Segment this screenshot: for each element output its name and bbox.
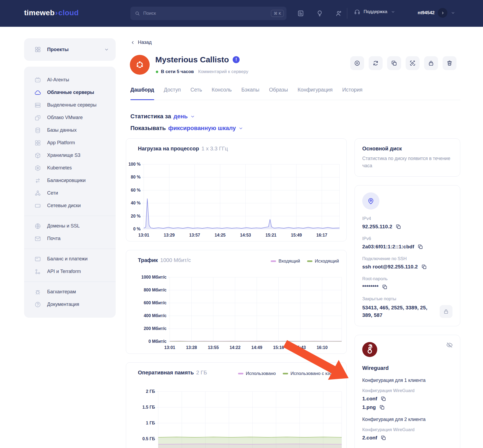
sidebar-item-kubernetes[interactable]: Kubernetes: [24, 162, 116, 174]
svg-text:16:10: 16:10: [317, 345, 328, 350]
account-name: nt94542: [418, 10, 435, 16]
tab-образы[interactable]: Образы: [269, 87, 288, 100]
legend-label: Использовано с кэшем: [290, 371, 339, 376]
sidebar-item-network-disks[interactable]: Сетевые диски: [24, 199, 116, 212]
main-content: Назад Mysterious Callisto ! В сети 5 час…: [126, 27, 460, 448]
sidebar-item-domains-ssl[interactable]: Домены и SSL: [24, 220, 116, 232]
copy-icon[interactable]: [380, 435, 386, 441]
sidebar-item-s3-storage[interactable]: Хранилище S3: [24, 149, 116, 162]
account-avatar[interactable]: [438, 8, 447, 18]
restart-server-button[interactable]: [369, 56, 383, 70]
tab-конфигурация[interactable]: Конфигурация: [297, 87, 333, 100]
copy-icon[interactable]: [380, 396, 386, 402]
copy-icon[interactable]: [379, 404, 385, 410]
svg-text:200 Мбит/с: 200 Мбит/с: [144, 326, 167, 331]
network-row-ipv6: IPv62a03:6f01:1:2::1:cbdf: [362, 236, 452, 250]
svg-text:14:53: 14:53: [240, 233, 251, 237]
ram-chart: 2 ГБ1.5 ГБ1 ГБ0.5 ГБ0 ГБ13:0113:2813:551…: [126, 381, 347, 448]
server-comment-link[interactable]: Комментарий к серверу: [198, 69, 248, 74]
config-file-name[interactable]: 2.conf: [362, 435, 377, 441]
network-row--ssh: Подключение по SSHssh root@92.255.110.2: [362, 256, 452, 270]
account-menu[interactable]: nt94542: [418, 8, 455, 18]
scale-mode-value[interactable]: фиксированную шкалу: [168, 125, 236, 132]
back-button[interactable]: Назад: [130, 40, 152, 45]
chevron-down-icon[interactable]: [190, 114, 195, 119]
ideas-icon[interactable]: [316, 10, 323, 17]
invite-user-icon[interactable]: [335, 10, 342, 17]
sidebar-item-api-terraform[interactable]: API и Terraform: [24, 265, 116, 278]
tab-консоль[interactable]: Консоль: [212, 87, 232, 100]
sidebar-item-label: Балансировщики: [47, 178, 86, 183]
config-label: Конфигурация WireGuard: [362, 427, 452, 432]
sidebar-item-app-platform[interactable]: App Platform: [24, 136, 116, 149]
app-logo[interactable]: timeweb›cloud: [24, 9, 79, 17]
chevron-down-icon[interactable]: [238, 126, 243, 131]
tab-история[interactable]: История: [342, 87, 363, 100]
sidebar-item-label: Хранилище S3: [47, 153, 80, 158]
svg-text:14:49: 14:49: [251, 345, 262, 350]
status-text: В сети 5 часов: [161, 69, 194, 74]
server-info-icon[interactable]: !: [233, 56, 240, 63]
sidebar-item-databases[interactable]: Базы данных: [24, 124, 116, 136]
snapshot-server-button[interactable]: [406, 56, 420, 70]
refresh-icon: [372, 60, 379, 66]
network-rows: IPv492.255.110.2IPv62a03:6f01:1:2::1:cbd…: [362, 216, 452, 319]
sidebar-item-label: Выделенные серверы: [47, 102, 97, 108]
sidebar-item-dedicated-servers[interactable]: Выделенные серверы: [24, 99, 116, 111]
tab-сеть[interactable]: Сеть: [190, 87, 202, 100]
global-search[interactable]: ⌘ K: [130, 7, 286, 20]
network-row-ipv4: IPv492.255.110.2: [362, 216, 452, 230]
tab-дашборд[interactable]: Дашборд: [130, 87, 154, 100]
sidebar-item-balancers[interactable]: Балансировщики: [24, 174, 116, 187]
cloud-icon: [34, 89, 41, 96]
stats-period-value[interactable]: день: [173, 113, 188, 120]
hide-app-icon[interactable]: [446, 341, 453, 348]
tab-доступ[interactable]: Доступ: [164, 87, 181, 100]
timeweb-cloud-page: timeweb›cloud ⌘ K Поддержка nt94542 Прое…: [0, 0, 483, 448]
copy-icon[interactable]: [417, 244, 423, 250]
copy-icon[interactable]: [395, 224, 401, 230]
config-label: Конфигурация WireGuard: [362, 388, 452, 393]
support-menu[interactable]: Поддержка: [354, 9, 395, 15]
copy-icon[interactable]: [382, 284, 388, 290]
ports-lock-button[interactable]: [440, 305, 452, 318]
sidebar-item-networks[interactable]: Сети: [24, 187, 116, 199]
sidebar-item-vmware[interactable]: Облако VMware: [24, 111, 116, 124]
vmware-icon: [34, 114, 41, 121]
bug-icon: [34, 288, 41, 295]
svg-text:15:43: 15:43: [295, 345, 306, 350]
nodes-icon: [34, 268, 41, 275]
sidebar-item-mail[interactable]: Почта: [24, 232, 116, 245]
sidebar-item-label: Документация: [47, 302, 79, 307]
svg-text:1.5 ГБ: 1.5 ГБ: [142, 405, 155, 409]
sidebar-item-label: Kubernetes: [47, 165, 72, 171]
config-file-name[interactable]: 1.conf: [362, 396, 377, 402]
server-avatar-ubuntu: [130, 55, 150, 75]
svg-text:16:17: 16:17: [316, 233, 327, 237]
sidebar-item-ai-agents[interactable]: AI-Агенты: [24, 74, 116, 86]
disk-card-description: Статистика по диску появится в течение ч…: [362, 155, 452, 169]
svg-text:13:01: 13:01: [164, 345, 175, 350]
clone-server-button[interactable]: [387, 56, 401, 70]
sidebar-item-label: Багхантерам: [47, 289, 76, 295]
sidebar-item-billing[interactable]: Баланс и платежи: [24, 253, 116, 265]
copy-icon[interactable]: [421, 264, 427, 270]
search-input[interactable]: [140, 11, 271, 16]
lock-server-button[interactable]: [424, 56, 438, 70]
sidebar-item-bughunters[interactable]: Багхантерам: [24, 286, 116, 298]
tab-бэкапы[interactable]: Бэкапы: [242, 87, 259, 100]
delete-server-button[interactable]: [443, 56, 456, 70]
main-disk-card: Основной диск Статистика по диску появит…: [354, 138, 460, 177]
sidebar-item-label: Облачные серверы: [47, 90, 94, 95]
ram-chart-card: Оперативная память 2 ГБ ИспользованоИспо…: [126, 362, 347, 448]
svg-text:13:29: 13:29: [164, 233, 175, 237]
sidebar-item-cloud-servers[interactable]: Облачные серверы: [24, 86, 116, 99]
network-icon: [34, 190, 41, 197]
news-icon[interactable]: [297, 10, 304, 17]
sidebar-item-projects[interactable]: Проекты: [24, 38, 116, 61]
chevron-left-icon: [130, 40, 135, 45]
svg-text:400 Мбит/с: 400 Мбит/с: [144, 313, 167, 318]
config-file-name[interactable]: 1.png: [362, 404, 376, 410]
pause-server-button[interactable]: [350, 56, 364, 70]
sidebar-item-documentation[interactable]: Документация: [24, 298, 116, 311]
